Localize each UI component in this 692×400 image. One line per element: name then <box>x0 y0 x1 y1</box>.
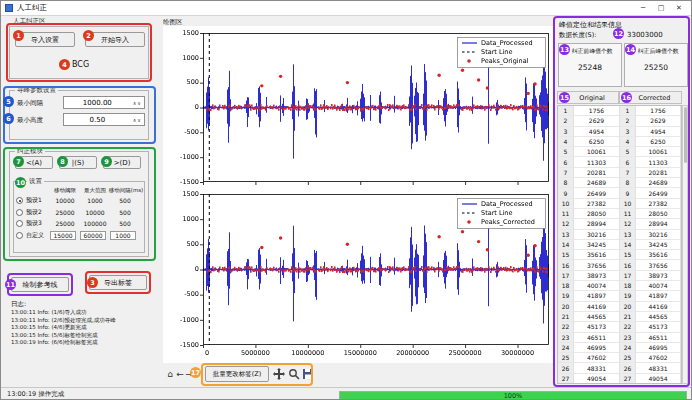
peaks-table[interactable]: 1175611756226292262934954349544625046250… <box>557 105 682 384</box>
peak-corrected-cell[interactable]: 48331 <box>636 363 681 373</box>
peak-index-cell[interactable]: 5 <box>620 147 636 157</box>
peak-index-cell[interactable]: 17 <box>620 271 636 281</box>
peak-corrected-cell[interactable]: 46511 <box>636 333 681 343</box>
peak-index-cell[interactable]: 27 <box>558 374 574 384</box>
peak-corrected-cell[interactable]: 28050 <box>636 209 681 219</box>
peak-index-cell[interactable]: 25 <box>558 353 574 363</box>
peak-index-cell[interactable]: 9 <box>558 188 574 198</box>
peak-corrected-cell[interactable]: 41897 <box>636 291 681 301</box>
chart-peaks-corrected[interactable] <box>165 189 553 361</box>
peak-corrected-cell[interactable]: 34245 <box>636 240 681 250</box>
peak-corrected-cell[interactable]: 47602 <box>636 353 681 363</box>
peak-index-cell[interactable]: 14 <box>558 240 574 250</box>
peak-index-cell[interactable]: 2 <box>620 116 636 126</box>
peak-index-cell[interactable]: 20 <box>558 302 574 312</box>
peak-index-cell[interactable]: 14 <box>620 240 636 250</box>
peak-index-cell[interactable]: 21 <box>620 312 636 322</box>
peak-index-cell[interactable]: 11 <box>620 209 636 219</box>
peak-original-cell[interactable]: 30216 <box>574 230 620 240</box>
peak-index-cell[interactable]: 8 <box>620 178 636 188</box>
peak-index-cell[interactable]: 15 <box>558 250 574 260</box>
min-height-spinbox[interactable]: 0.50 ∧∨ <box>63 113 145 126</box>
peak-index-cell[interactable]: 16 <box>558 260 574 270</box>
peak-corrected-cell[interactable]: 6250 <box>636 137 681 147</box>
peak-original-cell[interactable]: 11303 <box>574 157 620 167</box>
peak-index-cell[interactable]: 5 <box>558 147 574 157</box>
peak-original-cell[interactable]: 38973 <box>574 271 620 281</box>
peak-index-cell[interactable]: 12 <box>558 219 574 229</box>
peak-index-cell[interactable]: 27 <box>620 374 636 384</box>
peak-corrected-cell[interactable]: 10061 <box>636 147 681 157</box>
peak-original-cell[interactable]: 10061 <box>574 147 620 157</box>
peak-corrected-cell[interactable]: 40074 <box>636 281 681 291</box>
pan-icon[interactable] <box>273 368 285 380</box>
peak-corrected-cell[interactable]: 20281 <box>636 168 681 178</box>
peak-index-cell[interactable]: 8 <box>558 178 574 188</box>
peak-index-cell[interactable]: 17 <box>558 271 574 281</box>
peak-index-cell[interactable]: 18 <box>620 281 636 291</box>
peak-original-cell[interactable]: 49054 <box>574 374 620 384</box>
peak-original-cell[interactable]: 46995 <box>574 343 620 353</box>
peak-corrected-cell[interactable]: 11303 <box>636 157 681 167</box>
preset-radio-3[interactable] <box>16 220 23 227</box>
peak-original-cell[interactable]: 40074 <box>574 281 620 291</box>
peak-index-cell[interactable]: 4 <box>620 137 636 147</box>
preset-radio-2[interactable] <box>16 209 23 216</box>
import-settings-button[interactable]: 导入设置 <box>15 32 75 47</box>
peak-original-cell[interactable]: 44565 <box>574 312 620 322</box>
peak-index-cell[interactable]: 1 <box>558 106 574 116</box>
peak-index-cell[interactable]: 6 <box>558 157 574 167</box>
peak-original-cell[interactable]: 34245 <box>574 240 620 250</box>
peak-index-cell[interactable]: 15 <box>620 250 636 260</box>
maximize-button[interactable]: □ <box>653 2 669 14</box>
peak-index-cell[interactable]: 7 <box>620 168 636 178</box>
min-interval-value[interactable]: 1000.00 <box>64 99 131 107</box>
peak-corrected-cell[interactable]: 1756 <box>636 106 681 116</box>
peak-original-cell[interactable]: 20281 <box>574 168 620 178</box>
close-button[interactable]: ✕ <box>671 2 687 14</box>
peak-original-cell[interactable]: 4954 <box>574 127 620 137</box>
min-height-value[interactable]: 0.50 <box>64 116 131 124</box>
scrollbar-thumb[interactable] <box>684 107 687 163</box>
peak-index-cell[interactable]: 22 <box>620 322 636 332</box>
peak-index-cell[interactable]: 2 <box>558 116 574 126</box>
peak-index-cell[interactable]: 11 <box>558 209 574 219</box>
table-scrollbar[interactable] <box>682 105 688 384</box>
custom-value-input-2[interactable]: 1000 <box>110 231 136 240</box>
peak-index-cell[interactable]: 9 <box>620 188 636 198</box>
peak-corrected-cell[interactable]: 27382 <box>636 199 681 209</box>
peak-corrected-cell[interactable]: 26499 <box>636 188 681 198</box>
peak-index-cell[interactable]: 13 <box>620 230 636 240</box>
peak-index-cell[interactable]: 3 <box>558 127 574 137</box>
peak-corrected-cell[interactable]: 45173 <box>636 322 681 332</box>
peak-corrected-cell[interactable]: 46995 <box>636 343 681 353</box>
peak-index-cell[interactable]: 12 <box>620 219 636 229</box>
peak-index-cell[interactable]: 24 <box>620 343 636 353</box>
peak-original-cell[interactable]: 28050 <box>574 209 620 219</box>
peak-index-cell[interactable]: 6 <box>620 157 636 167</box>
peak-index-cell[interactable]: 26 <box>558 363 574 373</box>
peak-index-cell[interactable]: 10 <box>558 199 574 209</box>
peak-corrected-cell[interactable]: 44169 <box>636 302 681 312</box>
min-interval-spinbox[interactable]: 1000.00 ∧∨ <box>63 96 145 109</box>
peak-index-cell[interactable]: 23 <box>558 333 574 343</box>
spinner-arrows-icon[interactable]: ∧∨ <box>131 100 144 106</box>
custom-value-input-0[interactable]: 15000 <box>50 231 76 240</box>
peak-index-cell[interactable]: 25 <box>620 353 636 363</box>
peak-index-cell[interactable]: 19 <box>620 291 636 301</box>
peak-original-cell[interactable]: 6250 <box>574 137 620 147</box>
peak-original-cell[interactable]: 37656 <box>574 260 620 270</box>
peak-original-cell[interactable]: 48331 <box>574 363 620 373</box>
peak-corrected-cell[interactable]: 30216 <box>636 230 681 240</box>
peak-corrected-cell[interactable]: 38973 <box>636 271 681 281</box>
peak-index-cell[interactable]: 4 <box>558 137 574 147</box>
peak-corrected-cell[interactable]: 44565 <box>636 312 681 322</box>
peak-original-cell[interactable]: 24689 <box>574 178 620 188</box>
peak-corrected-cell[interactable]: 4954 <box>636 127 681 137</box>
peak-corrected-cell[interactable]: 37656 <box>636 260 681 270</box>
chart-peaks-original[interactable] <box>165 28 553 188</box>
peak-original-cell[interactable]: 27382 <box>574 199 620 209</box>
preset-radio-4[interactable] <box>16 232 23 239</box>
preset-radio-1[interactable] <box>16 197 23 204</box>
minimize-button[interactable]: ─ <box>635 2 651 14</box>
